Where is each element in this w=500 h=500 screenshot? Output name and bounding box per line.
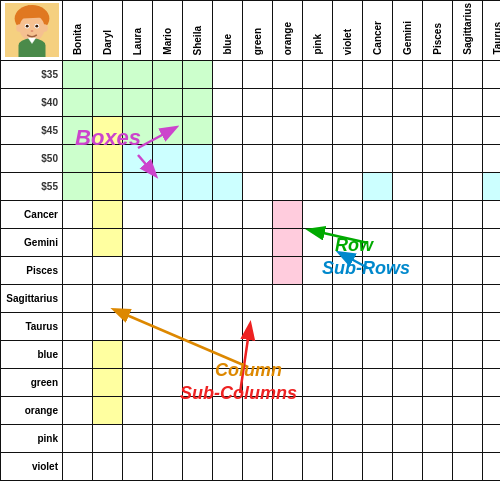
cell-violet-bonita <box>63 453 93 481</box>
cell-blue-pink <box>303 341 333 369</box>
cell-green-daryl <box>93 369 123 397</box>
cell-50-sagittarius <box>453 145 483 173</box>
cell-pink-sheila <box>183 425 213 453</box>
cell-sag-daryl <box>93 285 123 313</box>
cell-40-daryl <box>93 89 123 117</box>
cell-40-taurus <box>483 89 501 117</box>
row-label-taurus: Taurus <box>1 313 63 341</box>
svg-point-7 <box>25 24 28 27</box>
cell-sag-laura <box>123 285 153 313</box>
cell-green-violet <box>333 369 363 397</box>
row-cancer: Cancer <box>1 201 501 229</box>
cell-sag-bonita <box>63 285 93 313</box>
cell-violet-orange <box>273 453 303 481</box>
cell-pink-violet <box>333 425 363 453</box>
cell-40-orange <box>273 89 303 117</box>
cell-40-pisces <box>423 89 453 117</box>
cell-blue-sagittarius <box>453 341 483 369</box>
svg-point-3 <box>16 24 23 32</box>
cell-55-sheila <box>183 173 213 201</box>
cell-35-orange <box>273 61 303 89</box>
col-header-laura: Laura <box>123 1 153 61</box>
cell-35-green <box>243 61 273 89</box>
cell-cancer-pink <box>303 201 333 229</box>
cell-tau-taurus <box>483 313 501 341</box>
cell-40-green <box>243 89 273 117</box>
cell-55-green <box>243 173 273 201</box>
cell-tau-mario <box>153 313 183 341</box>
cell-gemini-orange <box>273 229 303 257</box>
cell-violet-sheila <box>183 453 213 481</box>
cell-35-laura <box>123 61 153 89</box>
cell-violet-pink <box>303 453 333 481</box>
cell-green-sagittarius <box>453 369 483 397</box>
row-50: $50 <box>1 145 501 173</box>
row-label-sagittarius: Sagittarius <box>1 285 63 313</box>
cell-tau-pink <box>303 313 333 341</box>
cell-cancer-daryl <box>93 201 123 229</box>
cell-50-pisces <box>423 145 453 173</box>
cell-pink-taurus <box>483 425 501 453</box>
cell-45-laura <box>123 117 153 145</box>
cell-orange-mario <box>153 397 183 425</box>
cell-tau-orange <box>273 313 303 341</box>
cell-green-taurus <box>483 369 501 397</box>
col-header-sheila: Sheila <box>183 1 213 61</box>
cell-35-violet <box>333 61 363 89</box>
cell-violet-daryl <box>93 453 123 481</box>
cell-violet-cancer <box>363 453 393 481</box>
cell-45-orange <box>273 117 303 145</box>
cell-55-orange <box>273 173 303 201</box>
cell-cancer-gemini <box>393 201 423 229</box>
cell-orange-gemini <box>393 397 423 425</box>
cell-45-bonita <box>63 117 93 145</box>
cell-50-laura <box>123 145 153 173</box>
cell-sag-blue <box>213 285 243 313</box>
svg-point-4 <box>41 24 48 32</box>
cell-55-mario <box>153 173 183 201</box>
row-label-55: $55 <box>1 173 63 201</box>
cell-55-violet <box>333 173 363 201</box>
svg-point-8 <box>35 24 38 27</box>
cell-pink-gemini <box>393 425 423 453</box>
cell-55-cancer <box>363 173 393 201</box>
cell-violet-violet <box>333 453 363 481</box>
cell-pink-orange <box>273 425 303 453</box>
cell-gemini-violet <box>333 229 363 257</box>
cell-blue-pisces <box>423 341 453 369</box>
cell-55-blue <box>213 173 243 201</box>
row-blue: blue <box>1 341 501 369</box>
cell-pink-laura <box>123 425 153 453</box>
cell-green-laura <box>123 369 153 397</box>
cell-green-bonita <box>63 369 93 397</box>
row-label-40: $40 <box>1 89 63 117</box>
cell-tau-green <box>243 313 273 341</box>
cell-50-daryl <box>93 145 123 173</box>
cell-orange-daryl <box>93 397 123 425</box>
col-header-taurus: Taurus <box>483 1 501 61</box>
row-45: $45 <box>1 117 501 145</box>
cell-violet-sagittarius <box>453 453 483 481</box>
cell-cancer-orange <box>273 201 303 229</box>
cell-40-gemini <box>393 89 423 117</box>
cell-gemini-blue <box>213 229 243 257</box>
cell-pisces-sagittarius <box>453 257 483 285</box>
cell-45-pink <box>303 117 333 145</box>
cell-pisces-pink <box>303 257 333 285</box>
row-label-pink: pink <box>1 425 63 453</box>
cell-green-gemini <box>393 369 423 397</box>
cell-50-sheila <box>183 145 213 173</box>
cell-sag-sheila <box>183 285 213 313</box>
cell-orange-pisces <box>423 397 453 425</box>
cell-35-mario <box>153 61 183 89</box>
cell-50-pink <box>303 145 333 173</box>
cell-55-daryl <box>93 173 123 201</box>
cell-cancer-green <box>243 201 273 229</box>
cell-cancer-taurus <box>483 201 501 229</box>
cell-gemini-sheila <box>183 229 213 257</box>
cell-orange-cancer <box>363 397 393 425</box>
svg-point-2 <box>19 14 44 41</box>
cell-tau-gemini <box>393 313 423 341</box>
cell-45-pisces <box>423 117 453 145</box>
cell-pisces-blue <box>213 257 243 285</box>
